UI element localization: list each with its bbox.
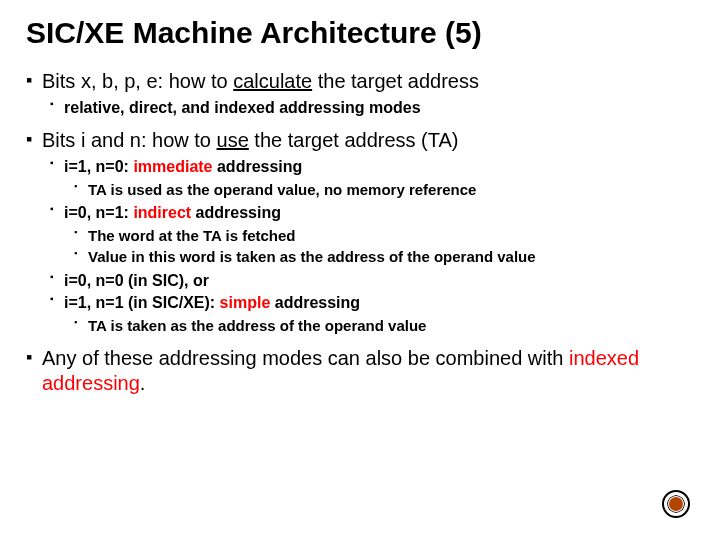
bullet-simple-sic: i=0, n=0 (in SIC), or: [50, 271, 694, 291]
badge-ring-inner: [665, 493, 687, 515]
text: addressing: [191, 204, 281, 221]
slide-badge-icon: [662, 490, 690, 518]
text: Bits x, b, p, e: how to: [42, 70, 233, 92]
bullet-indirect-value: Value in this word is taken as the addre…: [74, 248, 694, 267]
bullet-immediate: i=1, n=0: immediate addressing: [50, 157, 694, 177]
text: the target address (TA): [249, 129, 459, 151]
text-use: use: [217, 129, 249, 151]
slide: SIC/XE Machine Architecture (5) Bits x, …: [0, 0, 720, 540]
text: Bits i and n: how to: [42, 129, 217, 151]
text: The word at the TA is fetched: [88, 227, 296, 244]
text: Value in this word is taken as the addre…: [88, 248, 536, 265]
bullet-addressing-modes: relative, direct, and indexed addressing…: [50, 98, 694, 118]
text: .: [140, 372, 146, 394]
bullet-simple-sicxe: i=1, n=1 (in SIC/XE): simple addressing: [50, 293, 694, 313]
bullet-simple-note: TA is taken as the address of the operan…: [74, 317, 694, 336]
slide-title: SIC/XE Machine Architecture (5): [26, 16, 694, 51]
text: i=1, n=0:: [64, 158, 133, 175]
text: relative, direct, and indexed addressing…: [64, 99, 421, 116]
text: i=1, n=1 (in SIC/XE):: [64, 294, 220, 311]
text: addressing: [270, 294, 360, 311]
text-indirect: indirect: [133, 204, 191, 221]
bullet-immediate-note: TA is used as the operand value, no memo…: [74, 181, 694, 200]
bullet-indexed-combo: Any of these addressing modes can also b…: [26, 346, 694, 396]
text: TA is used as the operand value, no memo…: [88, 181, 476, 198]
text: Any of these addressing modes can also b…: [42, 347, 569, 369]
bullet-indirect-fetch: The word at the TA is fetched: [74, 227, 694, 246]
text-simple: simple: [220, 294, 271, 311]
text: i=0, n=0 (in SIC), or: [64, 272, 209, 289]
bullet-list: Bits x, b, p, e: how to calculate the ta…: [26, 69, 694, 396]
text: TA is taken as the address of the operan…: [88, 317, 426, 334]
text: i=0, n=1:: [64, 204, 133, 221]
text: addressing: [213, 158, 303, 175]
bullet-bits-xbpe: Bits x, b, p, e: how to calculate the ta…: [26, 69, 694, 94]
bullet-bits-in: Bits i and n: how to use the target addr…: [26, 128, 694, 153]
text: the target address: [312, 70, 479, 92]
bullet-indirect: i=0, n=1: indirect addressing: [50, 203, 694, 223]
text-calculate: calculate: [233, 70, 312, 92]
text-immediate: immediate: [133, 158, 212, 175]
